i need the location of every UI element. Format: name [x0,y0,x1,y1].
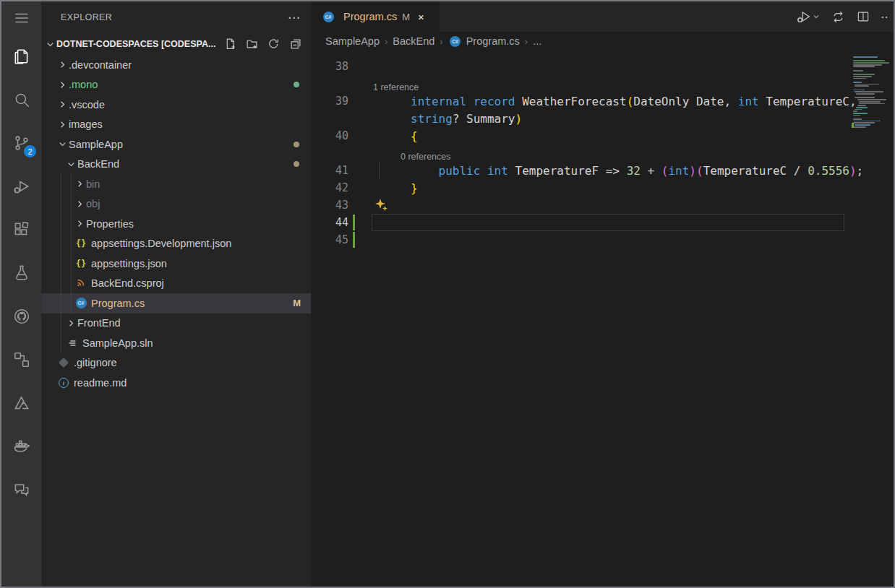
codelens-link[interactable]: 0 references [311,152,450,162]
extensions-icon [12,220,31,239]
open-changes-button[interactable] [831,9,846,25]
activity-item-run-and-debug[interactable] [1,165,41,208]
tree-item--devcontainer[interactable]: .devcontainer [41,55,311,75]
tree-item--gitignore[interactable]: .gitignore [41,353,311,373]
breadcrumb-item-sampleapp[interactable]: SampleApp [325,35,380,47]
code-line-wrap[interactable]: string? Summary) [311,110,894,127]
more-actions-button[interactable]: ⋯ [881,10,889,24]
activity-item-explorer[interactable] [1,35,41,78]
code-line-40[interactable]: 40{ [311,127,894,144]
chevron-right-icon [56,59,69,70]
refresh-button[interactable] [267,38,281,51]
code-line-42[interactable]: 42} [311,179,894,196]
breadcrumb-label: Program.cs [466,35,520,47]
run-debug-dropdown-button[interactable] [796,9,821,25]
editor-group: C# Program.cs M × [311,1,894,587]
tree-item--mono[interactable]: .mono [41,75,311,95]
tree-item-label: Program.cs [91,298,145,309]
activity-item-extensions[interactable] [1,208,41,251]
close-icon[interactable]: × [418,11,424,23]
copilot-sparkle-icon[interactable] [374,198,389,212]
tree-item-label: Properties [86,218,134,230]
flask-icon [12,264,31,282]
chevron-right-icon [65,318,77,329]
activity-item-remote-explorer[interactable] [1,338,41,381]
chevron-right-icon [56,99,69,110]
minimap-line [853,78,866,79]
breadcrumb-item--[interactable]: ... [533,35,541,47]
new-file-button[interactable] [224,38,237,51]
chevron-icon [57,99,68,110]
run-debug-icon [12,177,31,196]
new-folder-button[interactable] [246,38,259,51]
chevron-down-icon [65,159,77,170]
code-text: internal record WeatherForecast(DateOnly… [348,95,857,108]
code-line-41[interactable]: 41 public int TemperatureF => 32 + (int)… [311,162,894,179]
codelens-link[interactable]: 1 reference [311,82,419,92]
code-line-45[interactable]: 45 [311,231,894,248]
breadcrumb-separator: › [525,36,528,47]
tree-item-program-cs[interactable]: C#Program.csM [41,293,311,314]
tree-item-readme-md[interactable]: ireadme.md [41,373,311,393]
tree-item-appsettings-json[interactable]: {}appsettings.json [41,254,311,274]
tree-item-sampleapp-sln[interactable]: SampleApp.sln [41,333,311,353]
chevron-icon [66,318,77,329]
code-line-39[interactable]: 39internal record WeatherForecast(DateOn… [311,92,894,110]
collapse-all-button[interactable] [289,38,302,51]
code-text: string? Summary) [348,112,522,126]
git-added-gutter [353,232,355,248]
code-line-44[interactable]: 44 [311,214,894,231]
tree-item-frontend[interactable]: FrontEnd [41,314,311,334]
vscode-window: 2 EXPLORER DOTNET-CODESPACES [CODESPA...… [0,0,895,588]
tree-item-obj[interactable]: obj [41,194,311,215]
line-number: 45 [311,233,348,246]
activity-item-source-control[interactable]: 2 [1,121,41,165]
git-modified-badge: M [293,298,301,308]
activity-item-testing[interactable] [1,251,41,295]
code-editor[interactable]: 381 reference39internal record WeatherFo… [311,51,894,587]
breadcrumb-label: ... [533,35,541,47]
tree-item-backend[interactable]: BackEnd [41,155,311,175]
split-editor-button[interactable] [856,9,870,24]
tab-program-cs[interactable]: C# Program.cs M × [311,1,440,32]
activity-item-azure[interactable] [1,381,41,425]
activity-item-github[interactable] [1,295,41,338]
tree-item-label: bin [86,178,100,190]
line-number: 41 [311,164,348,177]
code-line-38[interactable]: 38 [311,58,894,75]
csharp-icon: C# [448,36,463,47]
activity-item-search[interactable] [1,78,41,121]
tree-item-backend-csproj[interactable]: BackEnd.csproj [41,274,311,294]
activity-item-docker[interactable] [1,425,41,468]
new-file-icon [224,38,236,50]
tree-item--vscode[interactable]: .vscode [41,95,311,115]
workspace-section-header[interactable]: DOTNET-CODESPACES [CODESPA... [41,33,311,55]
code-text: } [348,181,418,195]
git-icon [56,359,71,366]
minimap-line [855,84,879,85]
tree-item-properties[interactable]: Properties [41,214,311,234]
activity-item-menu[interactable] [1,1,41,35]
breadcrumb: SampleApp›BackEnd›C#Program.cs›... [311,32,894,51]
activity-item-comments[interactable] [1,468,41,511]
code-line-43[interactable]: 43 [311,196,894,214]
sln-icon [65,338,80,348]
breadcrumb-item-backend[interactable]: BackEnd [393,35,434,47]
chevron-down-icon [44,39,56,50]
tree-item-bin[interactable]: bin [41,174,311,194]
indent-guide [71,174,72,314]
chevron-icon [74,178,85,189]
collapse-all-icon [289,38,301,50]
chevron-icon [74,199,85,209]
tree-item-images[interactable]: images [41,115,311,135]
csproj-icon [74,277,88,290]
tree-item-appsettings-development-json[interactable]: {}appsettings.Development.json [41,234,311,254]
comments-icon [12,480,31,499]
breadcrumb-separator: › [440,36,442,47]
github-icon [12,307,31,326]
codelens-row: 1 reference [311,75,894,92]
ellipsis-icon[interactable] [288,12,301,24]
explorer-sidebar: EXPLORER DOTNET-CODESPACES [CODESPA... .… [41,1,311,587]
tree-item-sampleapp[interactable]: SampleApp [41,134,311,155]
breadcrumb-item-program-cs[interactable]: C#Program.cs [448,35,520,47]
